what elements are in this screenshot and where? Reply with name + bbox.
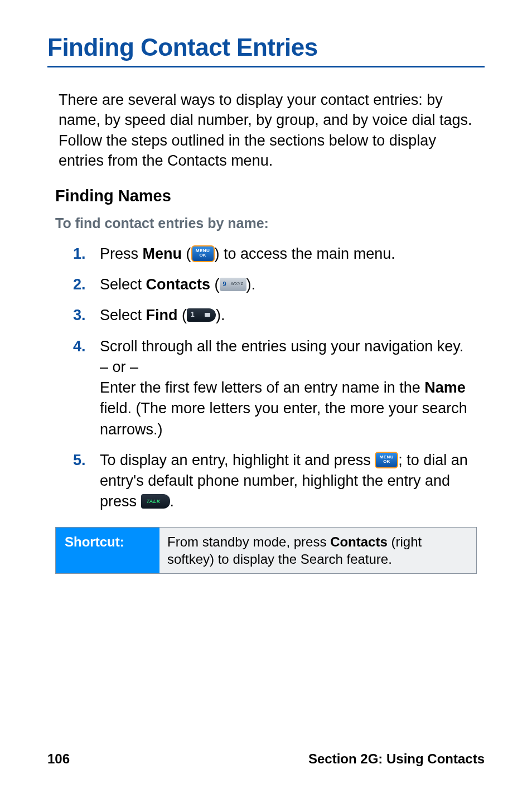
menu-ok-key-icon: MENUOK (375, 452, 398, 468)
shortcut-box: Shortcut: From standby mode, press Conta… (55, 527, 477, 574)
text: ( (210, 276, 220, 293)
step-number: 3. (73, 305, 100, 326)
step-body: Select Find (). (100, 305, 485, 326)
step-2: 2. Select Contacts (). (73, 274, 485, 295)
text: . (170, 493, 175, 510)
name-label: Name (424, 379, 466, 396)
step-1: 1. Press Menu (MENUOK) to access the mai… (73, 244, 485, 264)
text: ). (246, 276, 256, 293)
page-footer: 106 Section 2G: Using Contacts (47, 751, 485, 767)
step-body: Scroll through all the entries using you… (100, 336, 485, 440)
step-4: 4. Scroll through all the entries using … (73, 336, 485, 440)
text: Scroll through all the entries using you… (100, 338, 463, 355)
text: field. (The more letters you enter, the … (100, 400, 467, 437)
icon-text: OK (192, 253, 214, 258)
step-5: 5. To display an entry, highlight it and… (73, 450, 485, 512)
menu-label: Menu (143, 245, 182, 262)
text: Press (100, 245, 143, 262)
nine-key-icon (220, 278, 246, 291)
intro-paragraph: There are several ways to display your c… (59, 90, 485, 171)
text: From standby mode, press (167, 534, 330, 549)
menu-ok-key-icon: MENUOK (191, 245, 215, 262)
shortcut-content: From standby mode, press Contacts (right… (159, 528, 476, 573)
text: ) to access the main menu. (215, 245, 395, 262)
text: To display an entry, highlight it and pr… (100, 452, 375, 468)
contacts-label: Contacts (330, 534, 388, 549)
steps-list: 1. Press Menu (MENUOK) to access the mai… (73, 244, 485, 512)
step-number: 5. (73, 450, 100, 471)
text: Select (100, 307, 146, 323)
icon-text: OK (376, 460, 397, 464)
text: ). (216, 307, 225, 323)
text: ( (178, 307, 187, 323)
or-separator: – or – (100, 359, 138, 375)
step-number: 1. (73, 244, 100, 264)
contacts-label: Contacts (146, 276, 211, 293)
prompt-find-by-name: To find contact entries by name: (55, 215, 485, 231)
shortcut-label: Shortcut: (56, 528, 159, 573)
text: Select (100, 276, 146, 293)
step-body: Select Contacts (). (100, 274, 485, 295)
page-title: Finding Contact Entries (47, 33, 485, 67)
find-label: Find (146, 307, 178, 323)
step-3: 3. Select Find (). (73, 305, 485, 326)
talk-key-icon (141, 494, 170, 509)
step-body: To display an entry, highlight it and pr… (100, 450, 485, 512)
text: Enter the first few letters of an entry … (100, 379, 424, 396)
section-label: Section 2G: Using Contacts (308, 751, 485, 767)
step-number: 2. (73, 274, 100, 295)
subheading-finding-names: Finding Names (55, 187, 485, 205)
one-key-icon (187, 308, 216, 322)
text: ( (182, 245, 191, 262)
step-number: 4. (73, 336, 100, 357)
step-body: Press Menu (MENUOK) to access the main m… (100, 244, 485, 264)
page-number: 106 (47, 751, 70, 767)
